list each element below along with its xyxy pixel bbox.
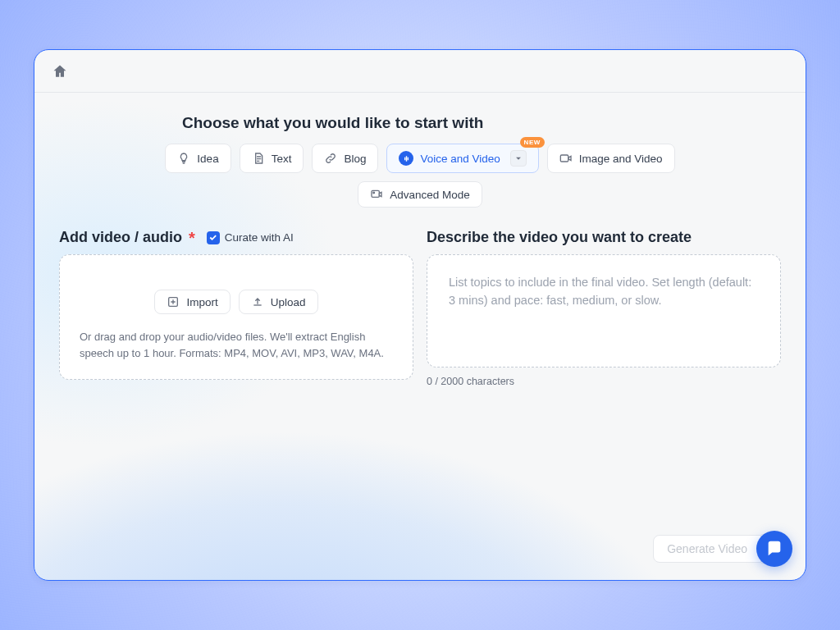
chip-image-video-label: Image and Video	[579, 153, 663, 165]
chip-text[interactable]: Text	[240, 144, 304, 173]
char-count: 0 / 2000 characters	[427, 376, 781, 387]
document-icon	[252, 152, 265, 165]
checkbox-checked-icon	[207, 231, 220, 244]
chip-image-video[interactable]: Image and Video	[547, 144, 675, 173]
left-panel-title-row: Add video / audio * Curate with AI	[59, 229, 413, 246]
chip-voice-video-dropdown[interactable]	[510, 150, 527, 167]
upload-help-text: Or drag and drop your audio/video files.…	[80, 329, 393, 361]
chip-text-label: Text	[272, 153, 292, 165]
chip-idea[interactable]: Idea	[165, 144, 231, 173]
upload-dropzone[interactable]: Import Upload Or drag and drop your audi…	[59, 254, 413, 380]
chip-blog[interactable]: Blog	[312, 144, 378, 173]
home-icon	[52, 63, 68, 80]
app-frame: Choose what you would like to start with…	[34, 49, 806, 581]
start-option-row-2: Advanced Mode	[59, 181, 781, 208]
chevron-down-icon	[514, 154, 523, 162]
svg-rect-1	[372, 190, 379, 197]
home-button[interactable]	[51, 62, 69, 80]
generate-video-label: Generate Video	[667, 542, 747, 555]
chip-blog-label: Blog	[344, 153, 366, 165]
upload-button[interactable]: Upload	[239, 290, 318, 314]
top-bar	[34, 50, 806, 93]
curate-checkbox[interactable]: Curate with AI	[207, 231, 294, 244]
start-option-row-1: Idea Text Blog Voice and Video	[59, 144, 781, 173]
chip-voice-video[interactable]: Voice and Video NEW	[386, 144, 538, 173]
description-placeholder: List topics to include in the final vide…	[449, 273, 759, 310]
chat-icon	[765, 540, 783, 558]
main-content: Choose what you would like to start with…	[34, 93, 806, 387]
image-video-icon	[559, 152, 573, 165]
left-panel-title: Add video / audio	[59, 229, 182, 246]
svg-rect-0	[560, 155, 568, 162]
choose-heading: Choose what you would like to start with	[182, 114, 781, 132]
link-icon	[324, 152, 337, 165]
chip-advanced-mode[interactable]: Advanced Mode	[358, 181, 482, 208]
panels-row: Add video / audio * Curate with AI	[59, 229, 781, 387]
chip-idea-label: Idea	[197, 153, 218, 165]
upload-button-row: Import Upload	[80, 290, 393, 314]
required-star: *	[189, 230, 195, 246]
description-textarea[interactable]: List topics to include in the final vide…	[427, 254, 781, 368]
upload-button-label: Upload	[271, 296, 306, 308]
chat-fab[interactable]	[756, 531, 792, 567]
right-panel-title: Describe the video you want to create	[427, 229, 781, 246]
generate-video-button[interactable]: Generate Video	[653, 535, 761, 563]
import-button-label: Import	[186, 296, 217, 308]
right-panel: Describe the video you want to create Li…	[427, 229, 781, 387]
left-panel: Add video / audio * Curate with AI	[59, 229, 413, 387]
lightbulb-icon	[177, 152, 190, 165]
chip-advanced-mode-label: Advanced Mode	[390, 189, 470, 201]
curate-label: Curate with AI	[225, 231, 294, 244]
new-badge: NEW	[520, 137, 545, 148]
advanced-icon	[370, 188, 383, 201]
voice-wave-icon	[402, 154, 411, 163]
svg-point-2	[373, 192, 375, 194]
chip-voice-video-label: Voice and Video	[420, 153, 500, 165]
voice-icon-circle	[399, 151, 413, 166]
import-icon	[167, 295, 180, 308]
import-button[interactable]: Import	[154, 290, 230, 314]
upload-icon	[251, 295, 264, 308]
